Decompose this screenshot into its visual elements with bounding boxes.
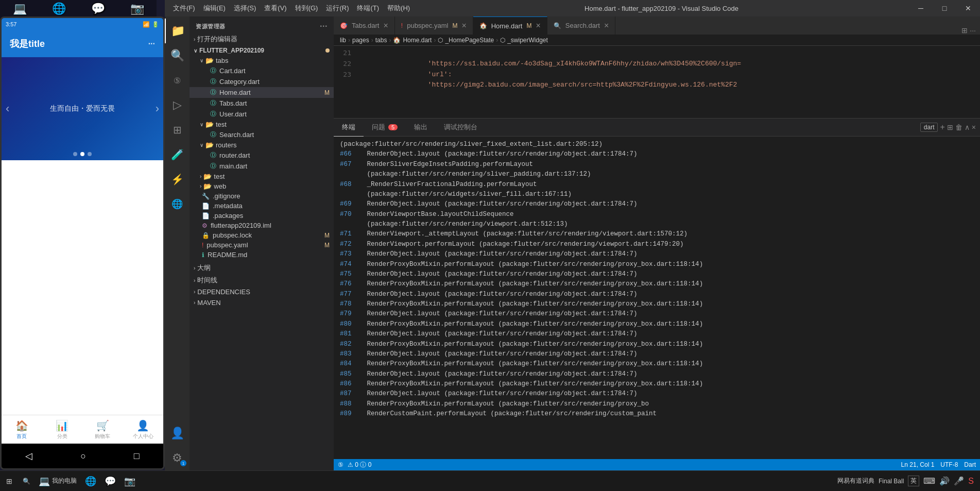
menu-edit[interactable]: 编辑(E) xyxy=(199,2,230,15)
menu-file[interactable]: 文件(F) xyxy=(169,2,199,15)
phone-home-btn[interactable]: ○ xyxy=(80,451,86,462)
terminal-line: #84 RenderProxyBoxMixin.performLayout (p… xyxy=(340,359,974,369)
breadcrumb-lib[interactable]: lib xyxy=(340,37,346,44)
tree-readme[interactable]: ℹ README.md xyxy=(190,250,334,260)
banner-nav-right[interactable]: › xyxy=(156,102,159,115)
more-actions-icon[interactable]: ··· xyxy=(970,26,976,35)
breadcrumb-homepagestate[interactable]: ⬡_HomePageState xyxy=(438,37,494,44)
breadcrumb-tabs[interactable]: tabs xyxy=(375,37,387,44)
activity-icon-test[interactable]: 🧪 xyxy=(165,142,190,167)
taskbar-app-fscapture[interactable]: 📷 xyxy=(120,471,140,491)
taskbar-search[interactable]: 🔍 xyxy=(19,471,35,491)
tree-routers-folder[interactable]: ∨ 📂 routers xyxy=(190,140,334,150)
statusbar-errors[interactable]: ⚠ 0 ⓘ 0 xyxy=(348,461,371,469)
tree-test-folder1[interactable]: ∨ 📂 test xyxy=(190,120,334,129)
tree-gitignore[interactable]: 🔧 .gitignore xyxy=(190,191,334,201)
banner-nav-left[interactable]: ‹ xyxy=(6,102,9,115)
breadcrumb-swiperwidget[interactable]: ⬡_swiperWidget xyxy=(500,37,548,44)
taskbar-ime-icon[interactable]: ⌨ xyxy=(923,476,935,486)
panel-tab-output[interactable]: 输出 xyxy=(406,118,436,137)
activity-icon-run[interactable]: ▷ xyxy=(165,93,190,117)
taskbar-app-wechat[interactable]: 💬 xyxy=(100,471,120,491)
window-title: Home.dart - flutter_app202109 - Visual S… xyxy=(414,5,909,12)
activity-icon-settings[interactable]: ⚙ 1 xyxy=(165,446,190,470)
statusbar-encoding[interactable]: UTF-8 xyxy=(940,461,958,468)
phone-nav-home[interactable]: 🏠 首页 xyxy=(2,415,42,444)
tree-flutterapp-iml[interactable]: ⚙ flutterapp202109.iml xyxy=(190,221,334,230)
terminal-close-btn[interactable]: × xyxy=(972,123,976,131)
taskbar-finalball[interactable]: Final Ball xyxy=(879,478,904,485)
phone-recent-btn[interactable]: □ xyxy=(134,451,140,462)
activity-icon-explorer[interactable]: 📁 xyxy=(165,19,190,43)
timeline-section[interactable]: › 时间线 xyxy=(190,274,334,286)
tab-pubspec-yaml[interactable]: ! pubspec.yaml M × xyxy=(395,16,473,35)
split-editor-icon[interactable]: ⊞ xyxy=(961,26,968,35)
activity-icon-remote[interactable]: 🌐 xyxy=(165,192,190,216)
taskbar-lang[interactable]: 英 xyxy=(908,476,919,486)
panel-tab-bar: 终端 问题 5 输出 调试控制台 dart + ⊞ 🗑 ∧ × xyxy=(334,118,980,137)
menu-run[interactable]: 运行(R) xyxy=(322,2,353,15)
menu-goto[interactable]: 转到(G) xyxy=(291,2,322,15)
outline-section[interactable]: › 大纲 xyxy=(190,262,334,274)
window-close[interactable]: ✕ xyxy=(956,0,980,16)
tree-category-dart[interactable]: Ⓓ Category.dart xyxy=(190,76,334,87)
panel-tab-problems[interactable]: 问题 5 xyxy=(364,118,406,137)
tab-search-dart[interactable]: 🔍 Search.dart × xyxy=(547,16,616,35)
menu-terminal[interactable]: 终端(T) xyxy=(353,2,383,15)
statusbar-line-col[interactable]: Ln 21, Col 1 xyxy=(901,461,935,468)
open-editors-section[interactable]: › 打开的编辑器 xyxy=(190,33,334,45)
taskbar-start[interactable]: ⊞ xyxy=(0,471,19,491)
tree-tabs-dart[interactable]: Ⓓ Tabs.dart xyxy=(190,98,334,109)
menu-view[interactable]: 查看(V) xyxy=(260,2,290,15)
phone-nav-cart[interactable]: 🛒 购物车 xyxy=(82,415,123,444)
tree-packages[interactable]: 📄 .packages xyxy=(190,211,334,221)
statusbar-lang[interactable]: Dart xyxy=(964,461,976,468)
activity-icon-account[interactable]: 👤 xyxy=(165,421,190,446)
breadcrumb-pages[interactable]: pages xyxy=(352,37,369,44)
phone-nav-profile[interactable]: 👤 个人中心 xyxy=(123,415,164,444)
taskbar-volume-icon[interactable]: 🔊 xyxy=(939,476,950,486)
terminal-split-btn[interactable]: ⊞ xyxy=(947,123,953,131)
banner-text: 生而自由・爱而无畏 xyxy=(50,104,115,113)
tree-search-dart[interactable]: Ⓓ Search.dart xyxy=(190,129,334,140)
activity-icon-flutter[interactable]: ⚡ xyxy=(165,167,190,192)
taskbar-netease[interactable]: 网易有道词典 xyxy=(837,477,874,485)
taskbar-mic-icon[interactable]: 🎤 xyxy=(954,476,964,486)
window-maximize[interactable]: □ xyxy=(933,0,956,16)
tree-pubspec-yaml[interactable]: ! pubspec.yaml M xyxy=(190,240,334,250)
terminal-trash-btn[interactable]: 🗑 xyxy=(955,123,962,131)
tree-cart-dart[interactable]: Ⓓ Cart.dart xyxy=(190,65,334,76)
tree-home-dart[interactable]: Ⓓ Home.dart M xyxy=(190,87,334,98)
terminal-collapse-btn[interactable]: ∧ xyxy=(965,123,970,131)
tree-web-folder[interactable]: › 📂 web xyxy=(190,181,334,191)
project-root[interactable]: ∨ FLUTTER_APP202109 xyxy=(190,45,334,56)
terminal-add-btn[interactable]: + xyxy=(940,123,944,132)
tree-router-dart[interactable]: Ⓓ router.dart xyxy=(190,150,334,161)
taskbar-app-edge[interactable]: 🌐 xyxy=(81,471,100,491)
statusbar-branch[interactable]: ⑤ xyxy=(338,461,343,468)
menu-select[interactable]: 选择(S) xyxy=(230,2,260,15)
tree-tabs-folder[interactable]: ∨ 📂 tabs xyxy=(190,56,334,65)
sidebar-header: 资源管理器 ··· xyxy=(190,16,334,33)
menu-help[interactable]: 帮助(H) xyxy=(383,2,414,15)
taskbar-app-computer[interactable]: 💻 我的电脑 xyxy=(35,471,81,491)
tree-metadata[interactable]: 📄 .metadata xyxy=(190,201,334,211)
maven-section[interactable]: › MAVEN xyxy=(190,297,334,308)
tree-user-dart[interactable]: Ⓓ User.dart xyxy=(190,109,334,120)
panel-tab-debug[interactable]: 调试控制台 xyxy=(436,118,486,137)
activity-icon-git[interactable]: ⑤ xyxy=(165,68,190,93)
activity-icon-extensions[interactable]: ⊞ xyxy=(165,117,190,142)
window-minimize[interactable]: ─ xyxy=(909,0,933,16)
breadcrumb-homedart[interactable]: 🏠Home.dart xyxy=(393,37,432,44)
tab-tabs-dart[interactable]: 🎯 Tabs.dart × xyxy=(334,16,395,35)
dependencies-section[interactable]: › DEPENDENCIES xyxy=(190,286,334,297)
activity-icon-search[interactable]: 🔍 xyxy=(165,43,190,68)
tree-pubspec-lock[interactable]: 🔒 pubspec.lock M xyxy=(190,230,334,240)
phone-nav-category[interactable]: 📊 分类 xyxy=(42,415,83,444)
terminal-content[interactable]: (package:flutter/src/rendering/sliver_fi… xyxy=(334,137,980,459)
phone-back-btn[interactable]: ◁ xyxy=(25,450,32,462)
tree-main-dart[interactable]: Ⓓ main.dart xyxy=(190,161,334,172)
tab-home-dart[interactable]: 🏠 Home.dart M × xyxy=(473,16,547,35)
tree-test-folder2[interactable]: › 📂 test xyxy=(190,172,334,181)
panel-tab-terminal[interactable]: 终端 xyxy=(334,118,364,137)
